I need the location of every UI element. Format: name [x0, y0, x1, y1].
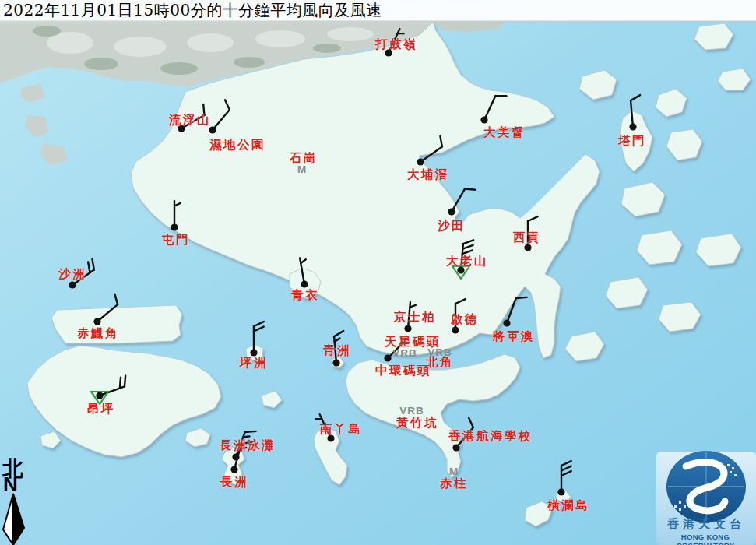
station-dot	[93, 318, 100, 325]
station-label: 中環碼頭	[375, 363, 431, 379]
logo-title-chinese: 香港天文台	[656, 517, 756, 532]
station-dot	[417, 158, 424, 165]
station-dot	[69, 281, 76, 288]
wind-barb-feather	[125, 375, 125, 386]
station-dot	[480, 116, 487, 123]
station-dot	[448, 208, 455, 215]
station-dot	[230, 466, 237, 473]
station-label: 坪洲	[240, 355, 268, 371]
station-label: 昂坪	[87, 401, 115, 417]
map-title: 2022年11月01日15時00分的十分鐘平均風向及風速	[0, 0, 756, 21]
station-dot	[503, 319, 510, 326]
station-label: 黃竹坑	[396, 415, 438, 431]
station-label: 京士柏	[394, 309, 436, 325]
station-dot	[384, 354, 391, 361]
station-label: 流浮山	[169, 112, 211, 128]
station-dot	[96, 392, 103, 399]
station-dot	[404, 325, 411, 332]
station-dot	[452, 444, 459, 451]
station-dot	[629, 123, 636, 130]
station-label: 大美督	[483, 125, 526, 141]
station-dot	[332, 359, 339, 366]
station-label: 西貢	[513, 230, 541, 246]
wind-map-screenshot: 2022年11月01日15時00分的十分鐘平均風向及風速 北 N 香港天文台 H…	[0, 0, 756, 545]
station-label: 青洲	[323, 343, 351, 359]
station-label: 濕地公園	[209, 137, 265, 153]
station-label: 啟德	[451, 311, 479, 328]
station-label: 沙田	[438, 218, 466, 234]
station-dot	[171, 223, 178, 230]
north-label-letter: N	[3, 473, 18, 497]
station-label: 將軍澳	[493, 329, 535, 345]
station-dot	[557, 488, 564, 495]
station-label: 南丫島	[320, 421, 362, 438]
station-label: 大埔滘	[407, 167, 449, 183]
station-label: 赤柱	[440, 476, 468, 492]
station-label: 沙洲	[58, 266, 86, 283]
logo-title-english: HONG KONG OBSERVATORY	[655, 533, 756, 545]
hong-kong-map	[0, 0, 756, 545]
station-label: 長洲	[220, 474, 248, 490]
station-dot	[452, 326, 459, 333]
station-label: 香港航海學校	[448, 428, 533, 445]
station-label: 屯門	[162, 232, 190, 248]
station-label: 青衣	[291, 287, 319, 304]
station-label: 塔門	[618, 133, 646, 149]
station-label: 大老山	[446, 253, 488, 269]
station-label: 長洲泳灘	[220, 438, 276, 454]
wind-barb-feather	[120, 378, 121, 389]
wind-barb-feather	[516, 297, 527, 298]
station-label: 天星碼頭	[385, 334, 441, 350]
wind-barb-feather	[465, 189, 476, 190]
station-label: 石崗	[290, 150, 318, 167]
station-label: 橫瀾島	[547, 498, 589, 514]
wind-barb-feather	[245, 431, 256, 432]
station-label: 打鼓嶺	[375, 37, 417, 53]
station-label: 赤鱲角	[77, 325, 119, 342]
